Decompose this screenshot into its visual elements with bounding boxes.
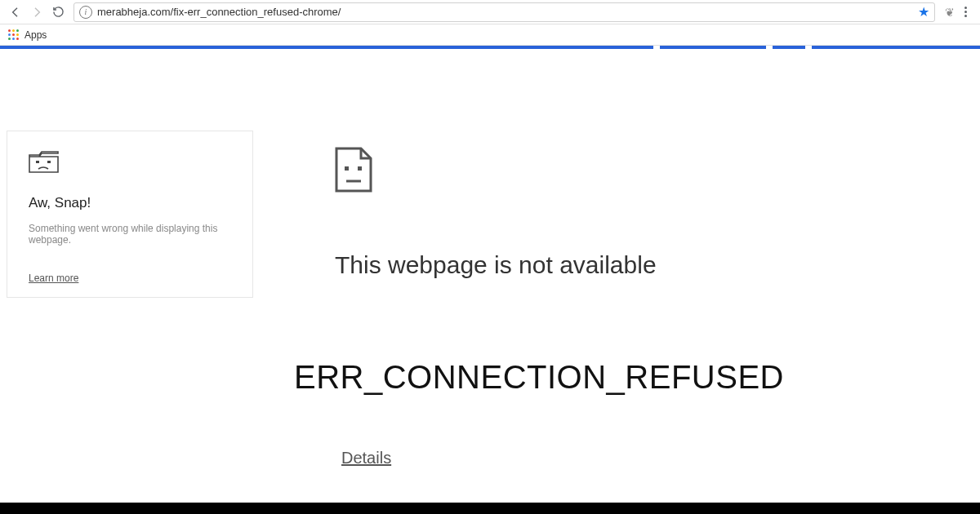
back-button[interactable] [5, 2, 26, 23]
details-link[interactable]: Details [341, 449, 391, 467]
aw-snap-subtitle: Something went wrong while displaying th… [29, 223, 231, 246]
sad-folder-icon [29, 149, 231, 177]
apps-grid-icon [8, 29, 20, 41]
svg-rect-0 [36, 161, 39, 163]
forward-button[interactable] [26, 2, 47, 23]
address-bar[interactable]: i merabheja.com/fix-err_connection_refus… [74, 2, 935, 22]
aw-snap-title: Aw, Snap! [29, 195, 231, 211]
browser-toolbar: i merabheja.com/fix-err_connection_refus… [0, 0, 980, 24]
error-heading: This webpage is not available [335, 251, 657, 279]
site-info-icon[interactable]: i [79, 6, 92, 19]
bookmark-star-icon[interactable]: ★ [918, 4, 929, 20]
aw-snap-card: Aw, Snap! Something went wrong while dis… [7, 131, 253, 298]
page-content: Aw, Snap! Something went wrong while dis… [0, 49, 980, 503]
url-text: merabheja.com/fix-err_connection_refused… [97, 6, 913, 18]
svg-rect-2 [345, 166, 349, 171]
apps-label: Apps [24, 29, 47, 41]
bookmark-bar: Apps [0, 24, 980, 46]
taskbar-strip [0, 503, 980, 514]
toolbar-right: ❦ [940, 3, 975, 20]
main-error-block: This webpage is not available [335, 147, 657, 294]
apps-shortcut[interactable]: Apps [8, 29, 47, 41]
svg-rect-3 [358, 166, 362, 171]
learn-more-link[interactable]: Learn more [29, 273, 78, 284]
sad-document-icon [335, 147, 657, 196]
menu-button[interactable] [961, 3, 970, 20]
error-code: ERR_CONNECTION_REFUSED [294, 359, 784, 396]
extension-icon[interactable]: ❦ [945, 6, 955, 19]
svg-rect-1 [47, 161, 51, 163]
reload-button[interactable] [47, 2, 69, 23]
